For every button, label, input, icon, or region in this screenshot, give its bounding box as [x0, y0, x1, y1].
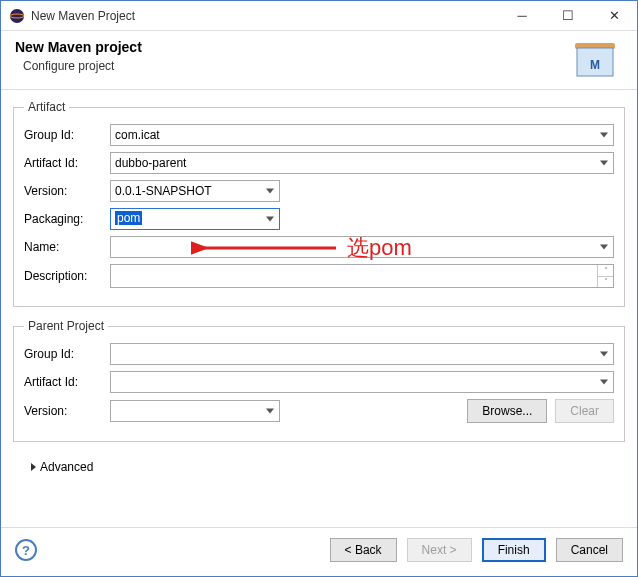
group-id-combo[interactable] — [110, 124, 614, 146]
artifact-legend: Artifact — [24, 100, 69, 114]
packaging-label: Packaging: — [24, 212, 102, 226]
footer: ? < Back Next > Finish Cancel — [1, 527, 637, 576]
parent-artifact-id-combo[interactable] — [110, 371, 614, 393]
browse-button[interactable]: Browse... — [467, 399, 547, 423]
description-textarea[interactable] — [110, 264, 614, 288]
titlebar: New Maven Project ─ ☐ ✕ — [1, 1, 637, 31]
page-title: New Maven project — [15, 39, 567, 55]
maximize-button[interactable]: ☐ — [545, 1, 591, 31]
chevron-right-icon — [31, 463, 36, 471]
window-title: New Maven Project — [31, 9, 499, 23]
advanced-toggle[interactable]: Advanced — [31, 460, 93, 474]
group-id-label: Group Id: — [24, 128, 102, 142]
artifact-group: Artifact Group Id: Artifact Id: Version:… — [13, 100, 625, 307]
help-icon[interactable]: ? — [15, 539, 37, 561]
parent-project-group: Parent Project Group Id: Artifact Id: Ve… — [13, 319, 625, 442]
page-subtitle: Configure project — [15, 59, 567, 73]
version-label: Version: — [24, 184, 102, 198]
parent-group-id-label: Group Id: — [24, 347, 102, 361]
parent-version-combo[interactable] — [110, 400, 280, 422]
parent-version-label: Version: — [24, 404, 102, 418]
artifact-id-label: Artifact Id: — [24, 156, 102, 170]
parent-artifact-id-label: Artifact Id: — [24, 375, 102, 389]
minimize-button[interactable]: ─ — [499, 1, 545, 31]
name-combo[interactable] — [110, 236, 614, 258]
artifact-id-combo[interactable] — [110, 152, 614, 174]
close-button[interactable]: ✕ — [591, 1, 637, 31]
advanced-label: Advanced — [40, 460, 93, 474]
next-button[interactable]: Next > — [407, 538, 472, 562]
svg-point-0 — [10, 9, 24, 23]
version-combo[interactable] — [110, 180, 280, 202]
eclipse-icon — [9, 8, 25, 24]
parent-group-id-combo[interactable] — [110, 343, 614, 365]
wizard-header: New Maven project Configure project M — [1, 31, 637, 90]
description-spinner[interactable]: ˄˅ — [597, 265, 613, 287]
back-button[interactable]: < Back — [330, 538, 397, 562]
name-label: Name: — [24, 240, 102, 254]
finish-button[interactable]: Finish — [482, 538, 546, 562]
maven-icon: M — [567, 39, 623, 79]
description-label: Description: — [24, 269, 102, 283]
svg-text:M: M — [590, 58, 600, 72]
clear-button[interactable]: Clear — [555, 399, 614, 423]
cancel-button[interactable]: Cancel — [556, 538, 623, 562]
parent-legend: Parent Project — [24, 319, 108, 333]
packaging-combo[interactable]: pom — [110, 208, 280, 230]
